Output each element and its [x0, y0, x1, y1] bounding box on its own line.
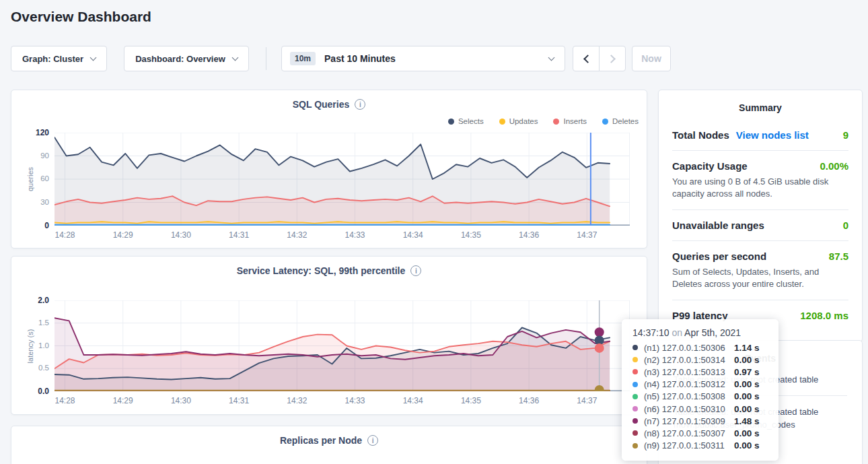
info-icon[interactable]: i [410, 265, 421, 276]
node-series-dot-icon [632, 443, 638, 449]
tooltip-node-value: 0.00 s [734, 428, 768, 438]
service-latency-panel: Service Latency: SQL, 99th percentile i … [11, 256, 647, 415]
time-next-button[interactable] [599, 46, 626, 71]
node-series-dot-icon [632, 369, 638, 374]
x-tick-label: 14:28 [47, 396, 83, 405]
tooltip-node-value: 1.48 s [734, 416, 768, 426]
time-prev-button[interactable] [573, 46, 600, 71]
chevron-down-icon [90, 54, 97, 61]
info-icon[interactable]: i [355, 99, 365, 110]
replicas-per-node-title: Replicas per Node i [11, 435, 647, 446]
info-icon[interactable]: i [367, 435, 378, 446]
node-series-dot-icon [632, 406, 638, 411]
x-tick-label: 14:29 [105, 396, 141, 405]
now-button[interactable]: Now [632, 46, 671, 71]
legend-dot-icon [602, 119, 608, 125]
legend-item-inserts[interactable]: Inserts [553, 117, 587, 125]
summary-row-unavailable-ranges: Unavailable ranges 0 [672, 210, 848, 241]
legend-label: Selects [458, 117, 484, 125]
legend-label: Deletes [612, 117, 639, 125]
qps-description: Sum of Selects, Updates, Inserts, and De… [672, 266, 848, 290]
time-range-selector[interactable]: 10m Past 10 Minutes [281, 46, 565, 71]
unavailable-ranges-label: Unavailable ranges [672, 220, 764, 231]
y-tick-label: 2.0 [21, 296, 49, 305]
x-tick-label: 14:33 [337, 230, 373, 240]
page-title: Overview Dashboard [11, 9, 151, 25]
x-tick-label: 14:34 [395, 396, 431, 405]
total-nodes-label: Total Nodes [672, 129, 729, 141]
tooltip-node-value: 0.00 s [734, 355, 768, 365]
sql-queries-panel: SQL Queries i SelectsUpdatesInsertsDelet… [11, 90, 647, 248]
tooltip-timestamp: 14:37:10 on Apr 5th, 2021 [632, 327, 768, 338]
replicas-per-node-title-text: Replicas per Node [280, 435, 362, 446]
sql-queries-title: SQL Queries i [11, 99, 647, 110]
tooltip-node-label: (n8) 127.0.0.1:50307 [644, 428, 725, 438]
summary-row-total-nodes: Total Nodes View nodes list 9 [672, 120, 848, 151]
unavailable-ranges-value: 0 [843, 220, 848, 231]
tooltip-on: on [672, 327, 682, 338]
x-tick-label: 14:33 [337, 396, 373, 405]
tooltip-node-label: (n1) 127.0.0.1:50306 [644, 343, 725, 353]
y-tick-label: 0 [21, 221, 49, 230]
tooltip-node-value: 0.00 s [734, 404, 768, 414]
tooltip-node-label: (n4) 127.0.0.1:50312 [644, 379, 725, 389]
service-latency-plot[interactable] [55, 300, 630, 391]
x-tick-label: 14:37 [569, 230, 605, 240]
summary-row-capacity: Capacity Usage 0.00% You are using 0 B o… [672, 151, 848, 210]
chevron-down-icon [231, 54, 238, 61]
tooltip-date: Apr 5th, 2021 [684, 327, 741, 338]
legend-item-selects[interactable]: Selects [448, 117, 484, 125]
tooltip-node-value: 0.00 s [734, 440, 768, 451]
node-series-dot-icon [632, 418, 638, 424]
qps-value: 87.5 [829, 251, 848, 262]
qps-label: Queries per second [672, 251, 766, 262]
legend-dot-icon [553, 119, 559, 125]
capacity-usage-value: 0.00% [820, 160, 848, 172]
tooltip-time: 14:37:10 [632, 327, 670, 338]
capacity-usage-description: You are using 0 B of 4.5 GiB usable disk… [672, 176, 848, 200]
tooltip-node-value: 0.00 s [734, 391, 768, 401]
dashboard-dropdown[interactable]: Dashboard: Overview [124, 46, 249, 71]
x-tick-label: 14:34 [395, 230, 431, 240]
x-tick-label: 14:36 [511, 396, 547, 405]
x-tick-label: 14:32 [279, 230, 315, 240]
y-tick-label: 1.0 [21, 341, 49, 350]
tooltip-node-label: (n9) 127.0.0.1:50311 [644, 440, 725, 451]
summary-panel: Summary Total Nodes View nodes list 9 Ca… [658, 90, 863, 342]
tooltip-node-row: (n7) 127.0.0.1:503091.48 s [632, 415, 768, 427]
graph-dropdown[interactable]: Graph: Cluster [11, 46, 107, 71]
x-tick-label: 14:37 [569, 396, 605, 405]
node-series-dot-icon [632, 430, 638, 436]
chevron-down-icon [548, 54, 555, 61]
replicas-per-node-panel: Replicas per Node i [11, 426, 647, 464]
tooltip-node-row: (n6) 127.0.0.1:503100.00 s [632, 403, 768, 415]
tooltip-node-row: (n3) 127.0.0.1:503130.97 s [632, 366, 768, 378]
sql-queries-plot[interactable] [55, 133, 630, 226]
tooltip-node-label: (n2) 127.0.0.1:50314 [644, 355, 725, 365]
legend-dot-icon [499, 119, 505, 125]
graph-dropdown-label: Graph: Cluster [22, 54, 83, 64]
legend-item-deletes[interactable]: Deletes [602, 117, 639, 125]
x-tick-label: 14:36 [511, 230, 547, 240]
x-tick-label: 14:28 [47, 230, 83, 240]
legend-item-updates[interactable]: Updates [499, 117, 538, 125]
y-tick-label: 0.0 [21, 387, 49, 396]
y-tick-label: 120 [21, 128, 49, 137]
p99-latency-value: 1208.0 ms [800, 310, 848, 321]
tooltip-node-value: 1.14 s [734, 343, 768, 353]
y-tick-label: 90 [21, 152, 49, 160]
tooltip-node-row: (n9) 127.0.0.1:503110.00 s [632, 440, 768, 452]
tooltip-node-value: 0.00 s [734, 379, 768, 389]
tooltip-node-label: (n3) 127.0.0.1:50313 [644, 367, 725, 377]
summary-row-qps: Queries per second 87.5 Sum of Selects, … [672, 241, 848, 300]
service-latency-title-text: Service Latency: SQL, 99th percentile [237, 265, 406, 276]
view-nodes-list-link[interactable]: View nodes list [736, 129, 809, 141]
tooltip-node-row: (n4) 127.0.0.1:503120.00 s [632, 378, 768, 391]
y-tick-label: 1.5 [21, 319, 49, 327]
total-nodes-value: 9 [843, 129, 848, 141]
y-tick-label: 0.5 [21, 364, 49, 372]
time-range-badge: 10m [290, 52, 316, 65]
latency-tooltip: 14:37:10 on Apr 5th, 2021 (n1) 127.0.0.1… [622, 319, 779, 461]
y-tick-label: 60 [21, 174, 49, 183]
x-tick-label: 14:30 [163, 396, 199, 405]
